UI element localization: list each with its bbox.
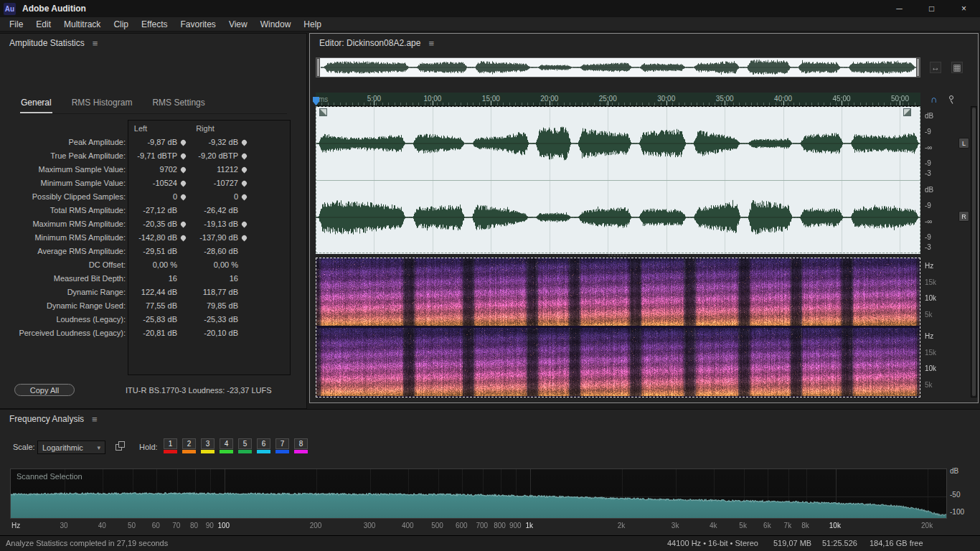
frequency-axis-labels: 3040506070809010020030040050060070080090… xyxy=(0,522,980,532)
menu-view[interactable]: View xyxy=(222,18,254,31)
sample-marker-icon[interactable] xyxy=(241,139,248,146)
close-button[interactable]: × xyxy=(948,0,980,17)
fade-out-handle[interactable] xyxy=(903,108,911,116)
adobe-audition-window: Au Adobe Audition ─ □ × FileEditMultitra… xyxy=(0,0,980,551)
stat-value-left: 9702 xyxy=(109,165,177,174)
hold-button-6[interactable]: 6 xyxy=(257,438,270,453)
panel-menu-icon[interactable]: ≡ xyxy=(428,39,434,48)
hold-number: 8 xyxy=(294,438,308,449)
overview-left-handle[interactable] xyxy=(316,58,320,77)
grid-view-icon[interactable]: ▦ xyxy=(951,62,963,73)
channel-separator xyxy=(316,180,920,181)
db-scale-label: -9 xyxy=(925,128,931,136)
menu-favorites[interactable]: Favorites xyxy=(174,18,222,31)
menu-effects[interactable]: Effects xyxy=(135,18,174,31)
loudness-info: ITU-R BS.1770-3 Loudness: -23,37 LUFS xyxy=(126,386,272,395)
hold-button-7[interactable]: 7 xyxy=(275,438,289,453)
hold-button-3[interactable]: 3 xyxy=(201,438,215,453)
freq-scale-label: Hz xyxy=(925,262,933,270)
panel-title: Amplitude Statistics xyxy=(9,38,85,48)
tab-rms-settings[interactable]: RMS Settings xyxy=(151,93,205,113)
stats-row: Perceived Loudness (Legacy):-20,81 dB-20… xyxy=(0,326,307,340)
freq-axis-label: 10k xyxy=(829,522,841,529)
minimize-button[interactable]: ─ xyxy=(883,0,915,17)
freq-axis-label: 100 xyxy=(217,522,230,529)
stat-value-left: -142,80 dB xyxy=(109,233,177,242)
status-item-2: 51:25.526 xyxy=(822,539,857,547)
tab-rms-histogram[interactable]: RMS Histogram xyxy=(71,93,133,113)
freq-scale-label: 10k xyxy=(925,294,936,302)
timeline-ruler[interactable]: ms 5:0010:0015:0020:0025:0030:0035:0040:… xyxy=(316,93,920,106)
column-header-right: Right xyxy=(184,124,227,133)
waveform-right-channel[interactable] xyxy=(316,181,920,254)
channel-button-r[interactable]: R xyxy=(958,211,969,222)
frequency-plot-canvas[interactable] xyxy=(11,469,946,518)
menu-clip[interactable]: Clip xyxy=(107,18,135,31)
hold-button-2[interactable]: 2 xyxy=(182,438,196,453)
menu-window[interactable]: Window xyxy=(254,18,298,31)
editor-title: Editor: Dickinson08A2.ape xyxy=(319,38,420,48)
overview-navigator[interactable] xyxy=(316,57,920,77)
menu-help[interactable]: Help xyxy=(297,18,328,31)
db-scale-label: dB xyxy=(925,186,933,194)
fade-in-handle[interactable] xyxy=(319,108,327,116)
pan-zoom-icon[interactable]: ↔ xyxy=(930,62,941,73)
sample-marker-icon[interactable] xyxy=(241,235,248,242)
spectrogram-right-channel[interactable] xyxy=(316,328,920,396)
menu-file[interactable]: File xyxy=(3,18,29,31)
hold-button-1[interactable]: 1 xyxy=(164,438,177,453)
freq-axis-label: 500 xyxy=(431,522,443,529)
status-bar: Analyze Statistics completed in 27,19 se… xyxy=(0,535,980,551)
menu-edit[interactable]: Edit xyxy=(29,18,57,31)
hold-button-4[interactable]: 4 xyxy=(220,438,233,453)
frequency-analysis-panel: Frequency Analysis ≡ Scale: Logarithmic … xyxy=(0,409,980,535)
db-scale-label: -3 xyxy=(925,169,931,177)
frequency-plot[interactable]: Scanned Selection xyxy=(10,468,947,519)
freq-axis-label: 1k xyxy=(526,522,534,529)
sample-marker-icon[interactable] xyxy=(241,166,248,174)
tab-general[interactable]: General xyxy=(20,93,52,113)
freq-axis-label: 8k xyxy=(801,522,809,529)
panel-menu-icon[interactable]: ≡ xyxy=(92,415,98,424)
stat-value-left: -27,12 dB xyxy=(109,206,177,215)
db-scale-label: -3 xyxy=(925,243,931,251)
stat-value-right: 0,00 % xyxy=(170,260,238,269)
scale-dropdown[interactable]: Logarithmic ▾ xyxy=(37,441,105,454)
hold-color-swatch xyxy=(220,450,233,453)
spectrogram-left-channel[interactable] xyxy=(316,258,920,326)
maximize-button[interactable]: □ xyxy=(915,0,948,17)
wave-spectral-splitter[interactable]: ······· xyxy=(316,253,920,258)
stats-row: Loudness (Legacy):-25,83 dB-25,33 dB xyxy=(0,313,307,326)
sample-marker-icon[interactable] xyxy=(241,153,248,160)
sample-marker-icon[interactable] xyxy=(241,221,248,228)
hold-color-swatch xyxy=(182,450,196,453)
stat-value-left: -20,81 dB xyxy=(109,329,177,337)
stats-row: Dynamic Range Used:77,55 dB79,85 dB xyxy=(0,299,307,313)
stats-row: Maximum RMS Amplitude:-20,35 dB-19,13 dB xyxy=(0,217,307,231)
hold-color-swatch xyxy=(294,450,308,453)
sample-marker-icon[interactable] xyxy=(241,180,248,187)
spectrogram-display[interactable] xyxy=(316,258,920,397)
copy-graph-icon[interactable] xyxy=(115,441,126,453)
hold-number: 1 xyxy=(164,438,177,449)
hold-number: 4 xyxy=(220,438,233,449)
stats-row: Dynamic Range:122,44 dB118,77 dB xyxy=(0,286,307,299)
waveform-display[interactable] xyxy=(316,106,920,253)
pin-icon[interactable] xyxy=(948,95,956,105)
waveform-left-channel[interactable] xyxy=(316,107,920,180)
panel-menu-icon[interactable]: ≡ xyxy=(93,39,98,48)
hold-button-5[interactable]: 5 xyxy=(238,438,252,453)
headphones-icon[interactable]: ∩ xyxy=(928,94,939,105)
stats-row: Peak Amplitude:-9,87 dB-9,32 dB xyxy=(0,136,307,149)
overview-waveform[interactable] xyxy=(321,58,917,77)
overview-right-handle[interactable] xyxy=(916,58,920,77)
scrollbar-thumb[interactable] xyxy=(972,108,976,396)
menu-multitrack[interactable]: Multitrack xyxy=(57,18,107,31)
stat-value-right: 79,85 dB xyxy=(170,301,238,310)
hold-button-8[interactable]: 8 xyxy=(294,438,308,453)
vertical-scrollbar[interactable] xyxy=(971,106,977,397)
sample-marker-icon[interactable] xyxy=(241,194,248,201)
freq-axis-label: 5k xyxy=(739,522,747,529)
channel-button-l[interactable]: L xyxy=(958,138,969,149)
copy-all-button[interactable]: Copy All xyxy=(14,384,75,396)
